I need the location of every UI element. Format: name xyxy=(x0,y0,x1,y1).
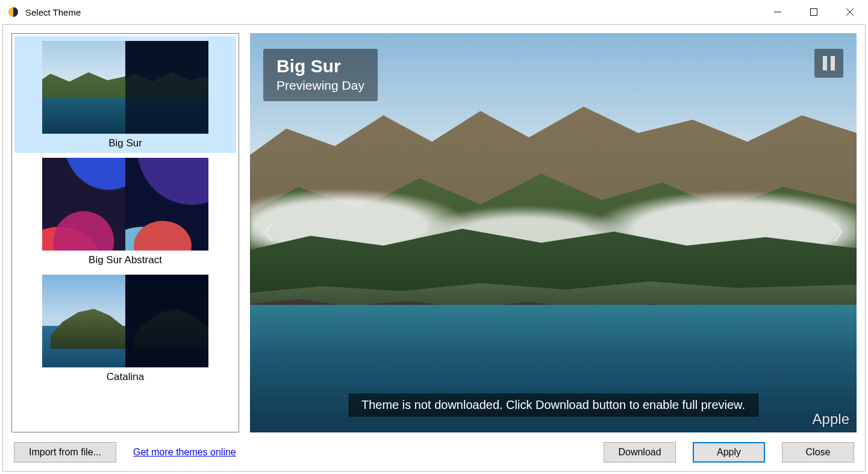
svg-rect-2 xyxy=(811,9,817,16)
pause-icon xyxy=(823,56,835,70)
more-themes-link[interactable]: Get more themes online xyxy=(133,447,236,458)
title-bar: Select Theme xyxy=(0,0,868,24)
theme-label: Catalina xyxy=(22,371,229,383)
window-controls xyxy=(760,0,868,24)
preview-subtitle: Previewing Day xyxy=(276,78,364,93)
theme-thumbnail xyxy=(42,158,208,251)
close-button[interactable]: Close xyxy=(782,442,854,463)
chevron-right-icon xyxy=(831,234,845,244)
theme-thumbnail xyxy=(42,275,208,367)
preview-pane: Big Sur Previewing Day Theme is not down… xyxy=(250,33,857,432)
theme-thumbnail xyxy=(42,41,208,134)
import-button[interactable]: Import from file... xyxy=(14,442,116,463)
window-title: Select Theme xyxy=(25,7,81,17)
next-button[interactable] xyxy=(824,214,852,251)
minimize-button[interactable] xyxy=(760,0,796,24)
maximize-button[interactable] xyxy=(796,0,832,24)
theme-item-catalina[interactable]: Catalina xyxy=(14,270,236,387)
preview-theme-name: Big Sur xyxy=(276,56,364,76)
theme-label: Big Sur xyxy=(22,137,229,149)
previous-button[interactable] xyxy=(255,214,283,251)
theme-item-big-sur[interactable]: Big Sur xyxy=(14,36,236,153)
theme-label: Big Sur Abstract xyxy=(22,254,229,266)
theme-list-panel: Big Sur Big Sur Abstract Catalina xyxy=(11,33,239,432)
pause-button[interactable] xyxy=(814,49,843,78)
apply-button[interactable]: Apply xyxy=(693,442,765,463)
preview-message: Theme is not downloaded. Click Download … xyxy=(348,393,758,417)
theme-list-scroll[interactable]: Big Sur Big Sur Abstract Catalina xyxy=(12,34,239,432)
download-button[interactable]: Download xyxy=(604,442,676,463)
chevron-left-icon xyxy=(262,234,275,244)
app-icon xyxy=(7,6,19,18)
close-window-button[interactable] xyxy=(832,0,868,24)
preview-credits: Apple xyxy=(813,411,849,428)
preview-title-card: Big Sur Previewing Day xyxy=(263,49,378,101)
theme-item-big-sur-abstract[interactable]: Big Sur Abstract xyxy=(14,153,236,270)
client-area: Big Sur Big Sur Abstract Catalina xyxy=(2,24,866,472)
bottom-bar: Import from file... Get more themes onli… xyxy=(11,432,857,465)
